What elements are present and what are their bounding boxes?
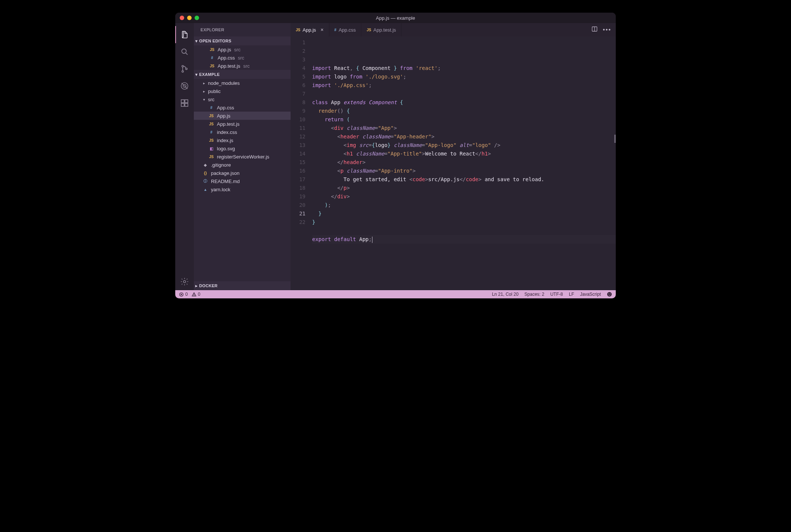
code-line[interactable]: To get started, edit <code>src/App.js</c… xyxy=(312,175,616,184)
file-label: App.test.js xyxy=(218,63,240,69)
file-item[interactable]: ⓘREADME.md xyxy=(194,177,291,185)
folder-label: node_modules xyxy=(208,80,240,86)
file-item[interactable]: JSregisterServiceWorker.js xyxy=(194,153,291,161)
code-line[interactable] xyxy=(312,244,616,252)
gear-icon[interactable] xyxy=(175,273,194,290)
eol[interactable]: LF xyxy=(569,292,574,297)
workbench: EXPLORER ▾ OPEN EDITORS JSApp.jssrc#App.… xyxy=(175,23,616,290)
chevron-down-icon: ▾ xyxy=(202,97,206,102)
code-line[interactable]: import './App.css'; xyxy=(312,81,616,90)
file-item[interactable]: JSApp.js xyxy=(194,112,291,120)
project-header[interactable]: ▾ EXAMPLE xyxy=(194,70,291,79)
editor-tab[interactable]: JSApp.js× xyxy=(291,23,329,36)
line-number: 7 xyxy=(291,90,305,98)
folder-label: public xyxy=(208,89,221,94)
sidebar-title: EXPLORER xyxy=(194,23,291,36)
file-item[interactable]: #App.css xyxy=(194,103,291,112)
code-line[interactable] xyxy=(312,227,616,235)
code-line[interactable]: import logo from './logo.svg'; xyxy=(312,73,616,81)
open-editor-item[interactable]: JSApp.jssrc xyxy=(194,45,291,54)
file-tree: ▸node_modules▸public▾src#App.cssJSApp.js… xyxy=(194,79,291,281)
line-number: 6 xyxy=(291,81,305,90)
code-line[interactable]: <header className="App-header"> xyxy=(312,132,616,141)
line-number-gutter: 12345678910111213141516171819202122 xyxy=(291,36,312,290)
line-number: 19 xyxy=(291,192,305,201)
split-editor-icon[interactable] xyxy=(592,26,598,33)
file-item[interactable]: ▲yarn.lock xyxy=(194,185,291,193)
editor-tab[interactable]: JSApp.test.js xyxy=(361,23,401,36)
file-item[interactable]: ◧logo.svg xyxy=(194,144,291,153)
titlebar[interactable]: App.js — example xyxy=(175,13,616,23)
more-icon[interactable]: ••• xyxy=(603,26,611,33)
svg-point-2 xyxy=(182,65,183,67)
feedback-icon[interactable] xyxy=(607,292,612,297)
minimize-window-button[interactable] xyxy=(187,16,192,20)
encoding[interactable]: UTF-8 xyxy=(550,292,563,297)
code-line[interactable]: import React, { Component } from 'react'… xyxy=(312,64,616,73)
code-editor[interactable]: 12345678910111213141516171819202122 impo… xyxy=(291,36,616,290)
line-number: 21 xyxy=(291,209,305,218)
line-number: 18 xyxy=(291,184,305,192)
file-icon: ◧ xyxy=(208,147,215,151)
open-editor-item[interactable]: #App.csssrc xyxy=(194,54,291,62)
chevron-right-icon: ▸ xyxy=(202,89,206,93)
line-number: 22 xyxy=(291,218,305,227)
file-item[interactable]: ◆.gitignore xyxy=(194,161,291,169)
file-label: App.test.js xyxy=(217,121,240,127)
maximize-window-button[interactable] xyxy=(195,16,199,20)
code-line[interactable]: ); xyxy=(312,201,616,209)
search-icon[interactable] xyxy=(175,43,194,60)
code-line[interactable]: </p> xyxy=(312,184,616,192)
open-editors-header[interactable]: ▾ OPEN EDITORS xyxy=(194,36,291,45)
file-label: App.js xyxy=(218,47,231,52)
extensions-icon[interactable] xyxy=(175,94,194,112)
code-line[interactable]: <h1 className="App-title">Welcome to Rea… xyxy=(312,150,616,158)
code-line[interactable]: <img src={logo} className="App-logo" alt… xyxy=(312,141,616,150)
language-mode[interactable]: JavaScript xyxy=(580,292,601,297)
line-number: 3 xyxy=(291,55,305,64)
code-line[interactable] xyxy=(312,90,616,98)
file-item[interactable]: JSindex.js xyxy=(194,136,291,144)
code-line[interactable]: } xyxy=(312,209,616,218)
file-label: App.css xyxy=(217,105,234,110)
explorer-icon[interactable] xyxy=(175,26,194,43)
code-line[interactable]: class App extends Component { xyxy=(312,98,616,107)
code-line[interactable]: return ( xyxy=(312,115,616,124)
code-line[interactable]: export default App; xyxy=(312,235,616,244)
line-number: 1 xyxy=(291,38,305,47)
file-item[interactable]: #index.css xyxy=(194,128,291,136)
open-editor-item[interactable]: JSApp.test.jssrc xyxy=(194,62,291,70)
indentation[interactable]: Spaces: 2 xyxy=(525,292,544,297)
project-label: EXAMPLE xyxy=(199,72,220,77)
line-number: 11 xyxy=(291,124,305,132)
svg-rect-7 xyxy=(181,100,184,103)
source-control-icon[interactable] xyxy=(175,60,194,77)
svg-point-21 xyxy=(610,294,611,294)
cursor-position[interactable]: Ln 21, Col 20 xyxy=(492,292,518,297)
line-number: 9 xyxy=(291,107,305,115)
tab-label: App.js xyxy=(302,27,316,33)
line-number: 5 xyxy=(291,73,305,81)
warning-count: 0 xyxy=(198,292,201,297)
code-line[interactable]: </div> xyxy=(312,192,616,201)
problems-warnings[interactable]: 0 xyxy=(192,292,201,297)
code-content[interactable]: import React, { Component } from 'react'… xyxy=(312,36,616,290)
folder-item[interactable]: ▾src xyxy=(194,95,291,103)
file-item[interactable]: JSApp.test.js xyxy=(194,120,291,128)
problems-errors[interactable]: 0 xyxy=(179,292,188,297)
code-line[interactable]: </header> xyxy=(312,158,616,167)
folder-item[interactable]: ▸public xyxy=(194,87,291,95)
docker-header[interactable]: ▸ DOCKER xyxy=(194,281,291,290)
file-item[interactable]: {}package.json xyxy=(194,169,291,177)
code-line[interactable]: <div className="App"> xyxy=(312,124,616,132)
close-tab-icon[interactable]: × xyxy=(320,27,323,33)
editor-tab[interactable]: #App.css xyxy=(329,23,362,36)
debug-icon[interactable] xyxy=(175,77,194,94)
scrollbar-thumb[interactable] xyxy=(614,135,616,143)
code-line[interactable]: <p className="App-intro"> xyxy=(312,167,616,175)
code-line[interactable]: render() { xyxy=(312,107,616,115)
close-window-button[interactable] xyxy=(180,16,184,20)
svg-point-20 xyxy=(608,294,609,294)
folder-item[interactable]: ▸node_modules xyxy=(194,79,291,87)
code-line[interactable]: } xyxy=(312,218,616,227)
